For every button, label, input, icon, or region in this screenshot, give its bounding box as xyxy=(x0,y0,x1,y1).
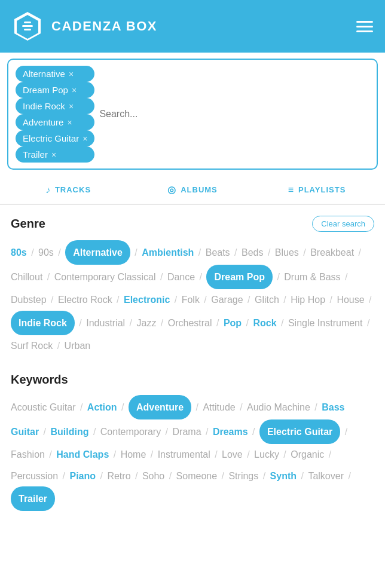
list-item[interactable]: Lucky xyxy=(254,449,279,460)
list-item[interactable]: Beats xyxy=(206,247,230,258)
list-item[interactable]: Hip Hop xyxy=(291,295,325,305)
list-item[interactable]: Drama xyxy=(173,427,201,437)
tab-playlists-label: PLAYLISTS xyxy=(298,185,346,194)
tag-label: Electric Guitar xyxy=(23,133,79,143)
list-item[interactable]: Electro Rock xyxy=(58,295,112,305)
list-item[interactable]: House xyxy=(337,295,364,305)
separator: / xyxy=(250,427,258,437)
tag-label: Trailer xyxy=(23,149,48,160)
tag-remove-4[interactable]: × xyxy=(82,134,87,143)
search-tag-indie-rock[interactable]: Indie Rock× xyxy=(16,98,94,114)
list-item[interactable]: Surf Rock xyxy=(11,341,53,351)
list-item[interactable]: Home xyxy=(121,449,146,460)
list-item[interactable]: Industrial xyxy=(86,318,125,328)
separator: / xyxy=(201,295,209,305)
tracks-icon: ♪ xyxy=(45,185,51,195)
list-item[interactable]: Single Instrument xyxy=(288,318,363,328)
separator: / xyxy=(298,471,306,481)
list-item[interactable]: Acoustic Guitar xyxy=(11,402,75,412)
list-item[interactable]: Dubstep xyxy=(11,295,47,305)
list-item[interactable]: Talkover xyxy=(308,471,344,481)
separator: / xyxy=(343,272,348,282)
list-item[interactable]: Someone xyxy=(176,471,218,481)
separator: / xyxy=(111,449,118,460)
list-item[interactable]: 80s xyxy=(11,247,27,258)
list-item[interactable]: Building xyxy=(50,427,88,437)
search-tag-trailer[interactable]: Trailer× xyxy=(16,146,94,163)
list-item[interactable]: Garage xyxy=(211,295,243,305)
tab-albums[interactable]: ◎ ALBUMS xyxy=(130,176,255,204)
menu-button[interactable] xyxy=(356,21,373,32)
list-item[interactable]: Organic xyxy=(291,449,324,460)
list-item[interactable]: Dreams xyxy=(213,427,248,437)
list-item[interactable]: Alternative xyxy=(65,240,130,265)
list-item[interactable]: Electric Guitar xyxy=(259,419,340,444)
separator: / xyxy=(274,272,282,282)
tag-remove-0[interactable]: × xyxy=(69,69,74,79)
keywords-list: Acoustic Guitar / Action / Adventure / A… xyxy=(11,395,374,511)
list-item[interactable]: Instrumental xyxy=(158,449,210,460)
separator: / xyxy=(327,295,335,305)
list-item[interactable]: Fashion xyxy=(11,449,45,460)
separator: / xyxy=(203,427,211,437)
tag-remove-3[interactable]: × xyxy=(67,118,72,127)
list-item[interactable]: Love xyxy=(222,449,243,460)
separator: / xyxy=(356,247,361,258)
list-item[interactable]: Soho xyxy=(142,471,164,481)
list-item[interactable]: Glitch xyxy=(255,295,279,305)
list-item[interactable]: Rock xyxy=(253,318,276,328)
list-item[interactable]: Trailer xyxy=(11,486,55,511)
list-item[interactable]: Drum & Bass xyxy=(284,272,340,282)
list-item[interactable]: Electronic xyxy=(124,295,170,305)
list-item[interactable]: Indie Rock xyxy=(11,311,75,335)
separator: / xyxy=(346,471,351,481)
list-item[interactable]: Contemporary Classical xyxy=(54,272,156,282)
separator: / xyxy=(158,318,166,328)
search-tag-electric-guitar[interactable]: Electric Guitar× xyxy=(16,130,94,146)
list-item[interactable]: 90s xyxy=(38,247,54,258)
list-item[interactable]: Adventure xyxy=(129,395,191,419)
list-item[interactable]: Contemporary xyxy=(100,427,161,437)
list-item[interactable]: Chillout xyxy=(11,272,42,282)
separator: / xyxy=(29,247,36,258)
tag-remove-2[interactable]: × xyxy=(69,102,74,111)
list-item[interactable]: Breakbeat xyxy=(310,247,354,258)
list-item[interactable]: Jazz xyxy=(137,318,157,328)
list-item[interactable]: Attitude xyxy=(203,402,235,412)
list-item[interactable]: Percussion xyxy=(11,471,58,481)
separator: / xyxy=(97,471,105,481)
tab-playlists[interactable]: ≡ PLAYLISTS xyxy=(255,176,379,204)
list-item[interactable]: Synth xyxy=(270,471,297,481)
search-input[interactable] xyxy=(99,109,369,120)
tag-remove-5[interactable]: × xyxy=(51,150,56,160)
search-tag-dream-pop[interactable]: Dream Pop× xyxy=(16,82,94,98)
list-item[interactable]: Blues xyxy=(275,247,299,258)
separator: / xyxy=(127,318,135,328)
tag-remove-1[interactable]: × xyxy=(72,85,77,95)
separator: / xyxy=(158,272,166,282)
list-item[interactable]: Piano xyxy=(70,471,96,481)
separator: / xyxy=(301,247,308,258)
list-item[interactable]: Urban xyxy=(65,341,91,351)
search-tag-adventure[interactable]: Adventure× xyxy=(16,114,94,130)
search-tag-alternative[interactable]: Alternative× xyxy=(16,66,94,82)
genre-list: 80s / 90s / Alternative / Ambientish / B… xyxy=(11,240,374,356)
list-item[interactable]: Dance xyxy=(167,272,195,282)
list-item[interactable]: Pop xyxy=(224,318,242,328)
clear-search-button[interactable]: Clear search xyxy=(312,216,374,232)
list-item[interactable]: Folk xyxy=(182,295,200,305)
tab-tracks[interactable]: ♪ TRACKS xyxy=(6,176,130,204)
list-item[interactable]: Strings xyxy=(228,471,258,481)
list-item[interactable]: Retro xyxy=(107,471,130,481)
svg-rect-3 xyxy=(22,25,33,27)
separator: / xyxy=(281,295,289,305)
separator: / xyxy=(41,427,48,437)
list-item[interactable]: Action xyxy=(87,402,117,412)
list-item[interactable]: Beds xyxy=(242,247,263,258)
list-item[interactable]: Audio Machine xyxy=(247,402,310,412)
list-item[interactable]: Hand Claps xyxy=(56,449,109,460)
list-item[interactable]: Orchestral xyxy=(168,318,212,328)
list-item[interactable]: Dream Pop xyxy=(206,265,272,289)
list-item[interactable]: Ambientish xyxy=(142,247,194,258)
separator: / xyxy=(219,471,227,481)
